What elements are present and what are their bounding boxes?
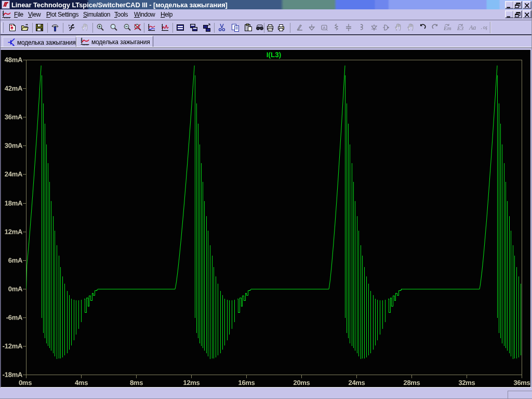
svg-text:-6mA: -6mA xyxy=(6,313,23,321)
svg-text:36mA: 36mA xyxy=(5,113,23,121)
svg-text:20ms: 20ms xyxy=(293,379,310,387)
svg-text:42mA: 42mA xyxy=(5,84,23,92)
svg-text:8ms: 8ms xyxy=(130,379,143,387)
svg-text:32ms: 32ms xyxy=(458,379,475,387)
svg-text:36ms: 36ms xyxy=(513,379,530,387)
svg-text:E3: E3 xyxy=(457,25,464,31)
svg-text:6mA: 6mA xyxy=(8,256,23,264)
svg-text:16ms: 16ms xyxy=(238,379,255,387)
svg-text:12mA: 12mA xyxy=(5,228,23,235)
svg-text:Aa: Aa xyxy=(469,24,476,31)
svg-text:18mA: 18mA xyxy=(5,199,23,207)
svg-text:4ms: 4ms xyxy=(75,379,88,387)
svg-text:48mA: 48mA xyxy=(5,56,23,63)
svg-text:12ms: 12ms xyxy=(183,379,200,387)
svg-text:0mA: 0mA xyxy=(8,285,23,292)
svg-text:24mA: 24mA xyxy=(5,170,23,178)
svg-text:.op: .op xyxy=(480,25,487,31)
svg-text:30mA: 30mA xyxy=(5,141,23,149)
svg-text:28ms: 28ms xyxy=(403,379,420,387)
svg-text:I(L3): I(L3) xyxy=(267,51,282,59)
svg-text:0ms: 0ms xyxy=(19,379,32,387)
svg-text:24ms: 24ms xyxy=(348,379,365,387)
svg-text:Em: Em xyxy=(443,25,451,31)
svg-text:-12mA: -12mA xyxy=(3,342,23,350)
svg-text:A: A xyxy=(323,25,326,30)
svg-text:-18mA: -18mA xyxy=(3,370,23,378)
